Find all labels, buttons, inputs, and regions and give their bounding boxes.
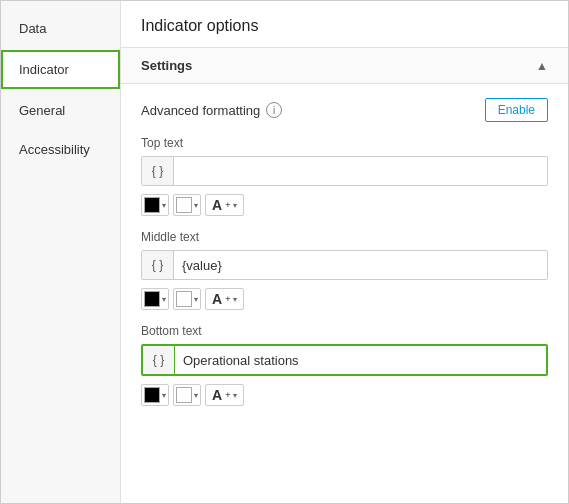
sidebar-item-indicator[interactable]: Indicator [1, 50, 120, 89]
sidebar-item-data[interactable]: Data [1, 9, 120, 48]
middle-text-label: Middle text [141, 230, 548, 244]
enable-button[interactable]: Enable [485, 98, 548, 122]
top-text-input-row: { } [141, 156, 548, 186]
advanced-formatting-left: Advanced formatting i [141, 102, 282, 118]
middle-text-input[interactable] [174, 251, 547, 279]
settings-section-title: Settings [141, 58, 192, 73]
top-text-fill-swatch [144, 197, 160, 213]
settings-section-header[interactable]: Settings ▲ [121, 47, 568, 84]
font-size-icon: A [212, 197, 222, 213]
bottom-text-font-button[interactable]: A+ ▾ [205, 384, 244, 406]
top-text-label: Top text [141, 136, 548, 150]
app-window: Data Indicator General Accessibility Ind… [0, 0, 569, 504]
top-text-bg-swatch [176, 197, 192, 213]
advanced-formatting-label: Advanced formatting [141, 103, 260, 118]
info-icon[interactable]: i [266, 102, 282, 118]
panel-body: Advanced formatting i Enable Top text { … [121, 84, 568, 434]
bottom-text-label: Bottom text [141, 324, 548, 338]
sidebar-item-general[interactable]: General [1, 91, 120, 130]
sidebar-item-accessibility[interactable]: Accessibility [1, 130, 120, 169]
bottom-text-bg-swatch [176, 387, 192, 403]
sidebar-label-data: Data [19, 21, 46, 36]
middle-text-font-arrow: ▾ [233, 295, 237, 304]
top-text-curly-button[interactable]: { } [142, 157, 174, 185]
middle-text-group: Middle text { } ▾ ▾ [141, 230, 548, 310]
sidebar-label-accessibility: Accessibility [19, 142, 90, 157]
bottom-text-bg-arrow: ▾ [194, 391, 198, 400]
chevron-up-icon: ▲ [536, 59, 548, 73]
top-text-input[interactable] [174, 157, 547, 185]
middle-text-bg-color-button[interactable]: ▾ [173, 288, 201, 310]
main-content: Indicator options Settings ▲ Advanced fo… [121, 1, 568, 503]
sidebar: Data Indicator General Accessibility [1, 1, 121, 503]
top-text-font-button[interactable]: A+ ▾ [205, 194, 244, 216]
page-title: Indicator options [121, 1, 568, 47]
middle-text-toolbar: ▾ ▾ A+ ▾ [141, 288, 548, 310]
top-text-group: Top text { } ▾ ▾ [141, 136, 548, 216]
bottom-text-fill-color-button[interactable]: ▾ [141, 384, 169, 406]
middle-font-size-icon: A [212, 291, 222, 307]
middle-text-input-row: { } [141, 250, 548, 280]
bottom-text-font-arrow: ▾ [233, 391, 237, 400]
bottom-text-fill-swatch [144, 387, 160, 403]
middle-text-bg-swatch [176, 291, 192, 307]
top-text-toolbar: ▾ ▾ A+ ▾ [141, 194, 548, 216]
middle-text-curly-button[interactable]: { } [142, 251, 174, 279]
top-text-font-arrow: ▾ [233, 201, 237, 210]
sidebar-label-indicator: Indicator [19, 62, 69, 77]
bottom-text-input-row: { } [141, 344, 548, 376]
bottom-text-toolbar: ▾ ▾ A+ ▾ [141, 384, 548, 406]
bottom-text-group: Bottom text { } ▾ ▾ [141, 324, 548, 406]
bottom-text-curly-button[interactable]: { } [143, 346, 175, 374]
bottom-font-size-icon: A [212, 387, 222, 403]
advanced-formatting-row: Advanced formatting i Enable [141, 98, 548, 122]
bottom-text-bg-color-button[interactable]: ▾ [173, 384, 201, 406]
middle-text-fill-arrow: ▾ [162, 295, 166, 304]
sidebar-label-general: General [19, 103, 65, 118]
top-text-bg-arrow: ▾ [194, 201, 198, 210]
top-text-bg-color-button[interactable]: ▾ [173, 194, 201, 216]
top-text-fill-arrow: ▾ [162, 201, 166, 210]
bottom-text-input[interactable] [175, 346, 546, 374]
bottom-text-fill-arrow: ▾ [162, 391, 166, 400]
middle-text-bg-arrow: ▾ [194, 295, 198, 304]
middle-text-font-button[interactable]: A+ ▾ [205, 288, 244, 310]
top-text-fill-color-button[interactable]: ▾ [141, 194, 169, 216]
middle-text-fill-color-button[interactable]: ▾ [141, 288, 169, 310]
middle-text-fill-swatch [144, 291, 160, 307]
